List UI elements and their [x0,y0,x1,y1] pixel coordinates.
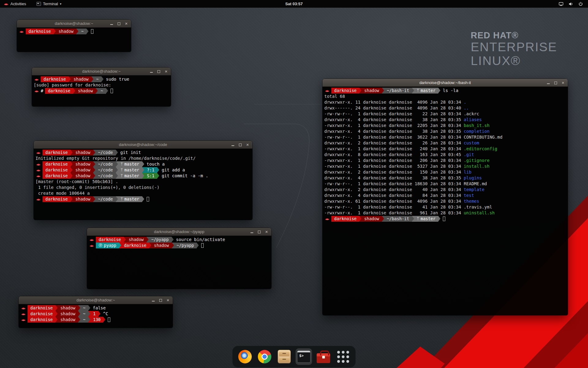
close-button[interactable]: × [166,298,170,302]
prompt-segment: darknoise [43,150,70,155]
terminal-content[interactable]: darknoiseshadow~sudo true[sudo] password… [32,75,171,106]
prompt-line: darknoiseshadow~1^C [21,311,171,317]
minimize-button[interactable] [231,143,235,147]
file-name: . [464,99,466,105]
minimize-button[interactable] [110,21,114,26]
powerline-separator [438,216,440,222]
window-titlebar[interactable]: darknoise@shadow:~ × [19,296,173,304]
redhat-icon [21,306,26,310]
prompt-line: darknoiseshadow~/codeᛘmastertouch a [36,161,251,167]
prompt-line: ⓟpyappdarknoiseshadow~/pyapp [89,243,270,248]
dock-item-terminal[interactable]: $> [296,348,312,365]
output-line: drwx------. 24 darknoise darknoise 4096 … [324,105,566,111]
window-titlebar[interactable]: darknoise@shadow:~/bash-it × [322,79,568,87]
powerline-separator [69,76,71,82]
minimize-button[interactable] [149,69,153,74]
maximize-button[interactable] [554,81,558,85]
close-button[interactable]: × [164,69,168,74]
prompt-segment: ~ [80,311,88,317]
prompt-segment: darknoise [28,317,55,323]
powerline-separator [197,243,199,248]
minimize-button[interactable] [151,298,155,302]
prompt-segment: 130 [90,317,103,323]
file-name: .ackrc [464,111,479,117]
prompt-segment: darknoise [28,311,55,317]
prompt-segment: darknoise [26,29,54,34]
command-text: sudo true [106,76,129,82]
prompt-segment: darknoise [41,76,69,82]
prompt-line: #darknoiseshadow~ [34,88,169,94]
prompt-segment: ~ [80,305,88,311]
window-titlebar[interactable]: darknoise@shadow:~/code × [34,141,252,149]
prompt-segment: shadow [73,161,93,167]
output-line: drwxrwxr-x. 8 darknoise darknoise 163 Ja… [324,152,566,158]
chrome-icon [258,350,271,363]
close-button[interactable]: × [561,81,565,85]
prompt-line: darknoiseshadow~/codeᛘmasterS:1git commi… [36,173,251,179]
prompt-segment: ~/code [95,173,116,179]
terminal-content[interactable]: darknoiseshadow~/codegit initInitialized… [34,149,252,220]
dock-item-files[interactable] [276,348,292,365]
minimize-button[interactable] [546,81,550,85]
powerline-separator [157,167,159,173]
terminal-cursor [147,197,149,201]
clock[interactable]: Sat 03:57 [0,2,588,6]
brand-line-3: LINUX® [471,54,557,67]
powerline-separator [86,29,89,34]
powerline-separator [70,196,73,202]
prompt-segment: darknoise [121,243,149,248]
close-button[interactable]: × [265,230,269,234]
maximize-button[interactable] [238,143,242,147]
prompt-segment: shadow [73,173,93,179]
maximize-button[interactable] [117,21,121,26]
terminal-content[interactable]: darknoiseshadow~/bash-itᛘmasterls -latot… [322,87,568,315]
redhat-icon [21,318,26,321]
dock-item-toolbox[interactable] [315,348,332,365]
prompt-segment: ~ [78,29,86,34]
maximize-button[interactable] [157,69,161,74]
powerline-separator [78,305,80,311]
close-button[interactable]: × [124,21,128,26]
powerline-separator [142,167,144,173]
redhat-icon [21,312,26,316]
prompt-segment: darknoise [331,216,359,222]
top-bar: Activities Terminal ▾ Sat 03:57 [0,0,588,8]
output-line: -rwxrwxr-x. 1 darknoise darknoise 961 Ja… [324,210,566,216]
prompt-segment: darknoise [43,173,70,179]
prompt-segment: shadow [151,243,172,248]
file-name: .editorconfig [464,146,497,152]
window-titlebar[interactable]: darknoise@shadow:~ × [17,20,131,28]
powerline-separator [55,305,58,311]
minimize-button[interactable] [250,230,254,234]
powerline-separator [103,317,105,323]
dock-item-show-applications[interactable] [335,348,351,365]
maximize-button[interactable] [159,298,163,302]
output-line: create mode 100644 a [36,190,251,196]
powerline-separator [157,173,159,179]
dock-item-firefox[interactable] [237,348,253,365]
prompt-segment: shadow [56,29,76,34]
powerline-separator [98,311,100,317]
branch-icon: ᛘ [121,196,123,202]
prompt-segment: darknoise [43,161,70,167]
maximize-button[interactable] [257,230,261,234]
redhat-icon [36,197,41,201]
powerline-separator [116,150,118,155]
prompt-line: darknoiseshadow~ [19,29,129,34]
desktop: RED HAT® ENTERPRISE LINUX® Activities Te… [0,0,588,368]
window-titlebar[interactable]: darknoise@shadow:~ × [32,67,171,75]
dock-item-chrome[interactable] [256,348,273,365]
window-title: darknoise@shadow:~/pyapp [87,229,271,234]
prompt-segment: ~ [93,76,101,82]
prompt-segment: shadow [361,216,382,222]
output-line: [sudo] password for darknoise: [34,82,169,88]
terminal-content[interactable]: darknoiseshadow~ [17,28,131,52]
prompt-line: darknoiseshadow~/codeᛘmaster [36,196,251,202]
terminal-content[interactable]: darknoiseshadow~/pyappsource bin/activat… [87,236,271,289]
branch-icon: ᛘ [121,161,123,167]
close-button[interactable]: × [246,143,250,147]
rhel-wallpaper-brand: RED HAT® ENTERPRISE LINUX® [471,31,557,67]
terminal-content[interactable]: darknoiseshadow~false darknoiseshadow~1^… [19,304,173,328]
window-titlebar[interactable]: darknoise@shadow:~/pyapp × [87,228,271,236]
prompt-segment: 1 [90,311,98,317]
